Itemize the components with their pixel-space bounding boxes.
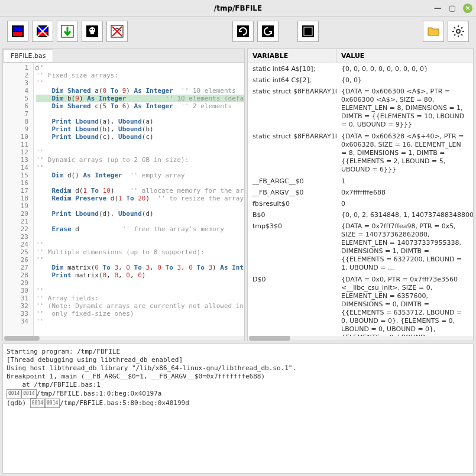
variable-row[interactable]: static struct $8FBARRAY1I{DATA = 0x60632…	[248, 131, 473, 176]
open-folder-button[interactable]	[423, 21, 444, 42]
variable-value: {0, 0, 0, 0, 0, 0, 0, 0, 0, 0}	[336, 65, 473, 73]
code-line[interactable]: Dim d() As Integer '' empty array	[36, 171, 244, 179]
code-line[interactable]: Dim b(9) As Integer '' 10 elements (defa…	[36, 95, 244, 102]
code-line[interactable]	[36, 179, 244, 187]
code-line[interactable]	[36, 279, 244, 287]
console-line: (gdb) 00140014/tmp/FBFILE.bas:5:80:beg:0…	[7, 399, 469, 408]
variable-name: B$0	[248, 211, 336, 219]
code-line[interactable]: '' (Note: Dynamic arrays are currently n…	[36, 302, 244, 310]
code-line[interactable]	[36, 202, 244, 210]
maximize-button[interactable]: ▢	[449, 4, 456, 12]
settings-button[interactable]	[448, 21, 469, 42]
column-variable-header[interactable]: VARIABLE	[248, 49, 336, 63]
variables-panel: VARIABLE VALUE static int64 A$[10];{0, 0…	[247, 48, 474, 341]
variable-value: {0, 0}	[336, 76, 473, 84]
code-line[interactable]: ''	[36, 148, 244, 156]
code-line[interactable]: Print Lbound(a), Ubound(a)	[36, 118, 244, 125]
code-content[interactable]: '''' Fixed-size arrays:'' Dim Shared a(0…	[34, 63, 244, 336]
editor-tab-bar: FBFILE.bas	[3, 49, 244, 63]
kill-button[interactable]	[106, 21, 128, 42]
editor-panel: FBFILE.bas 12345678910111213141516171819…	[2, 48, 245, 341]
variable-row[interactable]: B$0{0, 0, 2, 6314848, 1, 140737488348800…	[248, 209, 473, 221]
code-line[interactable]: Print Lbound(b), Ubound(b)	[36, 125, 244, 133]
code-line[interactable]: ''	[36, 318, 244, 325]
code-line[interactable]: ''	[36, 287, 244, 294]
close-button[interactable]: ×	[463, 4, 472, 13]
code-line[interactable]	[36, 141, 244, 148]
skull-button[interactable]	[82, 21, 103, 42]
variable-row[interactable]: __FB_ARGV__$00x7fffffffe688	[248, 187, 473, 198]
variable-value: {DATA = 0x606300 <A$>, PTR = 0x606300 <A…	[336, 88, 473, 129]
console-line: [Thread debugging using libthread_db ena…	[7, 356, 469, 364]
variable-row[interactable]: fb$result$00	[248, 198, 473, 209]
variable-value: 1	[336, 177, 473, 185]
code-line[interactable]	[36, 218, 244, 225]
code-line[interactable]: '' Array fields:	[36, 294, 244, 302]
variable-row[interactable]: __FB_ARGC__$01	[248, 176, 473, 187]
editor-hscrollbar[interactable]	[3, 336, 244, 341]
variable-value: {DATA = 0x7fff7ffea98, PTR = 0x5, SIZE =…	[336, 222, 473, 272]
code-line[interactable]: Redim Preserve d(1 To 20) '' to resize t…	[36, 195, 244, 202]
svg-rect-13	[90, 33, 94, 34]
variable-name: tmp$3$0	[248, 222, 336, 272]
code-line[interactable]: ''	[36, 164, 244, 171]
variable-row[interactable]: static int64 C$[2];{0, 0}	[248, 75, 473, 86]
console-line: at /tmp/FBFILE.bas:1	[7, 381, 469, 389]
minimize-button[interactable]: —	[434, 4, 442, 12]
step-down-button[interactable]	[57, 21, 78, 42]
variables-header: VARIABLE VALUE	[248, 49, 473, 63]
variable-row[interactable]: tmp$3$0{DATA = 0x7fff7ffea98, PTR = 0x5,…	[248, 221, 473, 274]
code-line[interactable]: '' Fixed-size arrays:	[36, 72, 244, 79]
main-area: FBFILE.bas 12345678910111213141516171819…	[0, 46, 476, 476]
variable-name: static int64 A$[10];	[248, 65, 336, 73]
code-line[interactable]	[36, 233, 244, 241]
variable-row[interactable]: static struct $8FBARRAY1I{DATA = 0x60630…	[248, 86, 473, 131]
variable-name: static int64 C$[2];	[248, 76, 336, 84]
stop-button[interactable]	[32, 21, 53, 42]
code-line[interactable]: Print Lbound(c), Ubound(c)	[36, 133, 244, 141]
variable-name: D$0	[248, 276, 336, 336]
variable-row[interactable]: static int64 A$[10];{0, 0, 0, 0, 0, 0, 0…	[248, 63, 473, 75]
code-line[interactable]: Dim matrix(0 To 3, 0 To 3, 0 To 3, 0 To …	[36, 264, 244, 271]
variable-name: fb$result$0	[248, 200, 336, 208]
svg-point-12	[93, 29, 94, 30]
console-line: Breakpoint 1, main (__FB_ARGC__$0=1, __F…	[7, 373, 469, 381]
svg-rect-2	[13, 32, 22, 36]
code-line[interactable]: '' Dynamic arrays (up to 2 GB in size):	[36, 156, 244, 164]
window-title: /tmp/FBFILE	[214, 4, 262, 12]
code-line[interactable]: Dim Shared a(0 To 9) As Integer '' 10 el…	[36, 87, 244, 95]
code-line[interactable]	[36, 110, 244, 118]
svg-point-10	[89, 27, 95, 33]
toolbar	[0, 17, 476, 46]
code-line[interactable]: ''	[36, 256, 244, 264]
reload-button[interactable]	[257, 21, 279, 42]
code-line[interactable]: ''	[36, 79, 244, 87]
code-line[interactable]: '' Multiple dimensions (up to 8 supporte…	[36, 248, 244, 256]
console-line: Using host libthread_db library "/lib/x8…	[7, 364, 469, 373]
code-line[interactable]: ''	[36, 241, 244, 248]
code-line[interactable]: Erase d '' free the array's memory	[36, 225, 244, 233]
code-line[interactable]: Redim d(1 To 10) '' allocate memory for …	[36, 187, 244, 195]
terminal-button[interactable]	[297, 21, 319, 42]
variable-row[interactable]: D$0{DATA = 0x0, PTR = 0x7fff73e3560 <__l…	[248, 274, 473, 336]
code-line[interactable]: ''	[36, 64, 244, 72]
run-button[interactable]	[7, 21, 28, 42]
console-line: 00140014/tmp/FBFILE.bas:1:0:beg:0x40197a	[7, 389, 469, 399]
code-line[interactable]: '' only fixed-size ones)	[36, 310, 244, 318]
debug-console[interactable]: Starting program: /tmp/FBFILE[Thread deb…	[2, 344, 474, 474]
code-line[interactable]: Dim Shared c(5 To 6) As Integer '' 2 ele…	[36, 102, 244, 110]
code-line[interactable]: Print Lbound(d), Ubound(d)	[36, 210, 244, 218]
variables-hscrollbar[interactable]	[248, 336, 473, 341]
variable-value: {DATA = 0x606328 <A$+40>, PTR = 0x606328…	[336, 132, 473, 174]
refresh-button[interactable]	[232, 21, 254, 42]
variable-name: static struct $8FBARRAY1I	[248, 132, 336, 174]
code-line[interactable]: Print matrix(0, 0, 0, 0)	[36, 271, 244, 279]
tab-source-file[interactable]: FBFILE.bas	[3, 49, 53, 62]
window-controls: — ▢ ×	[434, 4, 472, 13]
column-value-header[interactable]: VALUE	[336, 49, 473, 63]
variable-name: static struct $8FBARRAY1I	[248, 88, 336, 129]
code-editor[interactable]: 1234567891011121314151617181920212223242…	[3, 63, 244, 336]
svg-point-11	[90, 29, 92, 30]
svg-rect-1	[13, 27, 22, 31]
variables-list[interactable]: static int64 A$[10];{0, 0, 0, 0, 0, 0, 0…	[248, 63, 473, 336]
